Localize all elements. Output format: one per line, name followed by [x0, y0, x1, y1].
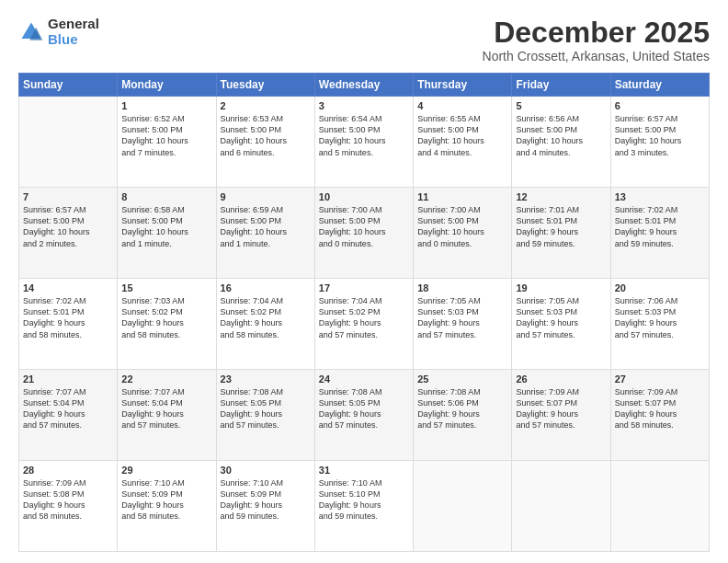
month-title: December 2025 — [483, 17, 710, 49]
calendar-header: SundayMondayTuesdayWednesdayThursdayFrid… — [19, 74, 710, 97]
calendar-cell — [414, 461, 512, 552]
day-number: 7 — [23, 191, 113, 202]
calendar-cell: 15Sunrise: 7:03 AM Sunset: 5:02 PM Dayli… — [118, 279, 216, 370]
header-row: SundayMondayTuesdayWednesdayThursdayFrid… — [19, 74, 710, 97]
calendar-cell: 31Sunrise: 7:10 AM Sunset: 5:10 PM Dayli… — [314, 461, 413, 552]
calendar-week-row: 1Sunrise: 6:52 AM Sunset: 5:00 PM Daylig… — [19, 97, 710, 188]
title-area: December 2025 North Crossett, Arkansas, … — [483, 17, 710, 63]
day-info: Sunrise: 7:08 AM Sunset: 5:05 PM Dayligh… — [221, 386, 311, 431]
day-info: Sunrise: 7:02 AM Sunset: 5:01 PM Dayligh… — [23, 295, 113, 340]
day-number: 30 — [221, 465, 311, 476]
day-info: Sunrise: 7:01 AM Sunset: 5:01 PM Dayligh… — [516, 204, 606, 249]
logo-icon — [18, 19, 44, 45]
calendar-cell: 30Sunrise: 7:10 AM Sunset: 5:09 PM Dayli… — [216, 461, 314, 552]
calendar-table: SundayMondayTuesdayWednesdayThursdayFrid… — [18, 73, 710, 552]
day-number: 27 — [615, 373, 705, 385]
calendar-cell: 12Sunrise: 7:01 AM Sunset: 5:01 PM Dayli… — [512, 188, 610, 279]
day-number: 12 — [516, 191, 606, 202]
calendar-cell: 14Sunrise: 7:02 AM Sunset: 5:01 PM Dayli… — [19, 279, 118, 370]
day-info: Sunrise: 7:05 AM Sunset: 5:03 PM Dayligh… — [417, 295, 507, 340]
day-number: 13 — [615, 191, 705, 202]
day-info: Sunrise: 7:10 AM Sunset: 5:10 PM Dayligh… — [319, 477, 409, 523]
day-info: Sunrise: 7:04 AM Sunset: 5:02 PM Dayligh… — [221, 295, 311, 340]
calendar-cell: 5Sunrise: 6:56 AM Sunset: 5:00 PM Daylig… — [512, 97, 610, 188]
day-number: 24 — [319, 373, 409, 385]
day-info: Sunrise: 7:02 AM Sunset: 5:01 PM Dayligh… — [615, 204, 705, 249]
weekday-header-monday: Monday — [118, 74, 216, 97]
calendar-cell: 29Sunrise: 7:10 AM Sunset: 5:09 PM Dayli… — [118, 461, 216, 552]
calendar-cell: 25Sunrise: 7:08 AM Sunset: 5:06 PM Dayli… — [414, 370, 512, 461]
day-info: Sunrise: 7:00 AM Sunset: 5:00 PM Dayligh… — [417, 204, 507, 249]
calendar-cell: 1Sunrise: 6:52 AM Sunset: 5:00 PM Daylig… — [118, 97, 216, 188]
day-info: Sunrise: 7:07 AM Sunset: 5:04 PM Dayligh… — [23, 386, 113, 431]
day-number: 14 — [23, 282, 113, 293]
day-number: 2 — [221, 100, 311, 111]
day-info: Sunrise: 6:56 AM Sunset: 5:00 PM Dayligh… — [516, 113, 606, 158]
calendar-cell — [610, 461, 709, 552]
weekday-header-saturday: Saturday — [610, 74, 709, 97]
logo-blue-text: Blue — [48, 32, 99, 48]
day-info: Sunrise: 6:53 AM Sunset: 5:00 PM Dayligh… — [221, 113, 311, 158]
day-info: Sunrise: 6:55 AM Sunset: 5:00 PM Dayligh… — [417, 113, 507, 158]
weekday-header-friday: Friday — [512, 74, 610, 97]
page: General Blue December 2025 North Crosset… — [0, 0, 728, 563]
day-number: 21 — [23, 373, 113, 385]
day-number: 25 — [417, 373, 507, 385]
day-info: Sunrise: 7:08 AM Sunset: 5:06 PM Dayligh… — [417, 386, 507, 431]
calendar-cell: 3Sunrise: 6:54 AM Sunset: 5:00 PM Daylig… — [314, 97, 413, 188]
day-info: Sunrise: 7:09 AM Sunset: 5:07 PM Dayligh… — [615, 386, 705, 431]
day-number: 17 — [319, 282, 409, 293]
day-info: Sunrise: 7:04 AM Sunset: 5:02 PM Dayligh… — [319, 295, 409, 340]
calendar-cell: 7Sunrise: 6:57 AM Sunset: 5:00 PM Daylig… — [19, 188, 118, 279]
day-info: Sunrise: 7:08 AM Sunset: 5:05 PM Dayligh… — [319, 386, 409, 431]
day-number: 10 — [319, 191, 409, 202]
day-number: 1 — [121, 100, 211, 111]
day-number: 9 — [221, 191, 311, 202]
day-info: Sunrise: 6:54 AM Sunset: 5:00 PM Dayligh… — [319, 113, 409, 158]
day-number: 15 — [121, 282, 211, 293]
day-info: Sunrise: 7:10 AM Sunset: 5:09 PM Dayligh… — [121, 477, 211, 523]
day-number: 5 — [516, 100, 606, 111]
logo: General Blue — [18, 17, 99, 47]
calendar-cell: 21Sunrise: 7:07 AM Sunset: 5:04 PM Dayli… — [19, 370, 118, 461]
location: North Crossett, Arkansas, United States — [483, 49, 710, 63]
calendar-cell: 19Sunrise: 7:05 AM Sunset: 5:03 PM Dayli… — [512, 279, 610, 370]
day-info: Sunrise: 7:03 AM Sunset: 5:02 PM Dayligh… — [121, 295, 211, 340]
day-info: Sunrise: 7:10 AM Sunset: 5:09 PM Dayligh… — [221, 477, 311, 523]
day-number: 11 — [417, 191, 507, 202]
day-number: 20 — [615, 282, 705, 293]
day-number: 26 — [516, 373, 606, 385]
calendar-week-row: 14Sunrise: 7:02 AM Sunset: 5:01 PM Dayli… — [19, 279, 710, 370]
calendar-cell: 8Sunrise: 6:58 AM Sunset: 5:00 PM Daylig… — [118, 188, 216, 279]
day-info: Sunrise: 6:57 AM Sunset: 5:00 PM Dayligh… — [615, 113, 705, 158]
weekday-header-wednesday: Wednesday — [314, 74, 413, 97]
day-number: 18 — [417, 282, 507, 293]
calendar-cell: 6Sunrise: 6:57 AM Sunset: 5:00 PM Daylig… — [610, 97, 709, 188]
calendar-cell: 24Sunrise: 7:08 AM Sunset: 5:05 PM Dayli… — [314, 370, 413, 461]
calendar-cell: 28Sunrise: 7:09 AM Sunset: 5:08 PM Dayli… — [19, 461, 118, 552]
day-info: Sunrise: 7:09 AM Sunset: 5:07 PM Dayligh… — [516, 386, 606, 431]
calendar-cell: 9Sunrise: 6:59 AM Sunset: 5:00 PM Daylig… — [216, 188, 314, 279]
calendar-cell: 22Sunrise: 7:07 AM Sunset: 5:04 PM Dayli… — [118, 370, 216, 461]
day-number: 31 — [319, 465, 409, 476]
day-info: Sunrise: 7:07 AM Sunset: 5:04 PM Dayligh… — [121, 386, 211, 431]
day-info: Sunrise: 7:06 AM Sunset: 5:03 PM Dayligh… — [615, 295, 705, 340]
logo-general-text: General — [48, 17, 99, 32]
calendar-cell: 10Sunrise: 7:00 AM Sunset: 5:00 PM Dayli… — [314, 188, 413, 279]
calendar-cell: 11Sunrise: 7:00 AM Sunset: 5:00 PM Dayli… — [414, 188, 512, 279]
day-info: Sunrise: 6:52 AM Sunset: 5:00 PM Dayligh… — [121, 113, 211, 158]
calendar-cell: 4Sunrise: 6:55 AM Sunset: 5:00 PM Daylig… — [414, 97, 512, 188]
calendar-cell — [19, 97, 118, 188]
calendar-cell: 2Sunrise: 6:53 AM Sunset: 5:00 PM Daylig… — [216, 97, 314, 188]
calendar-cell: 18Sunrise: 7:05 AM Sunset: 5:03 PM Dayli… — [414, 279, 512, 370]
day-number: 3 — [319, 100, 409, 111]
day-info: Sunrise: 6:59 AM Sunset: 5:00 PM Dayligh… — [221, 204, 311, 249]
day-number: 8 — [121, 191, 211, 202]
calendar-week-row: 28Sunrise: 7:09 AM Sunset: 5:08 PM Dayli… — [19, 461, 710, 552]
day-number: 23 — [221, 373, 311, 385]
day-number: 19 — [516, 282, 606, 293]
calendar-cell: 20Sunrise: 7:06 AM Sunset: 5:03 PM Dayli… — [610, 279, 709, 370]
header: General Blue December 2025 North Crosset… — [18, 17, 710, 63]
weekday-header-thursday: Thursday — [414, 74, 512, 97]
weekday-header-tuesday: Tuesday — [216, 74, 314, 97]
